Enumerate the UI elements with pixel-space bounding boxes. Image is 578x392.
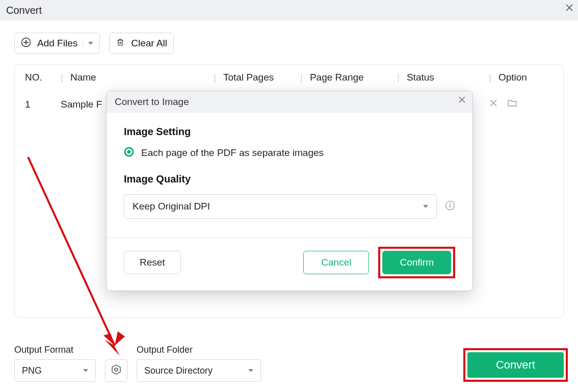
convert-highlight: Convert xyxy=(463,348,568,382)
output-format-value: PNG xyxy=(22,365,42,376)
remove-row-icon[interactable] xyxy=(489,98,498,110)
bottom-bar: Output Format PNG . Output Folder Source… xyxy=(0,338,578,392)
modal-body: Image Setting Each page of the PDF as se… xyxy=(107,113,472,223)
confirm-highlight: Confirm xyxy=(378,247,455,278)
row-no: 1 xyxy=(25,99,61,110)
gear-hex-icon xyxy=(111,364,122,377)
radio-each-page-label: Each page of the PDF as separate images xyxy=(141,147,324,159)
col-total-pages: Total Pages xyxy=(223,72,274,83)
image-setting-heading: Image Setting xyxy=(124,126,455,138)
confirm-button[interactable]: Confirm xyxy=(382,251,451,274)
clear-all-button[interactable]: Clear All xyxy=(109,33,174,54)
modal-header: Convert to Image xyxy=(107,91,472,113)
output-folder-label: Output Folder xyxy=(137,345,261,355)
cancel-button[interactable]: Cancel xyxy=(303,251,369,274)
trash-icon xyxy=(116,38,128,49)
window-titlebar: Convert xyxy=(0,0,578,20)
add-files-dropdown-caret[interactable] xyxy=(83,42,93,45)
dpi-select-value: Keep Original DPI xyxy=(133,201,210,212)
convert-to-image-modal: Convert to Image Image Setting Each page… xyxy=(106,91,473,291)
radio-selected-icon xyxy=(124,147,134,159)
svg-point-9 xyxy=(115,368,118,371)
open-folder-icon[interactable] xyxy=(507,98,517,110)
modal-title: Convert to Image xyxy=(115,96,189,108)
svg-rect-5 xyxy=(450,205,451,208)
info-icon[interactable] xyxy=(445,200,455,213)
image-quality-heading: Image Quality xyxy=(124,173,455,185)
col-option: Option xyxy=(498,72,527,83)
reset-button[interactable]: Reset xyxy=(124,251,181,274)
caret-down-icon xyxy=(88,42,93,45)
output-format-label: Output Format xyxy=(14,345,96,355)
output-settings-button[interactable] xyxy=(105,359,127,382)
add-files-button[interactable]: Add Files xyxy=(14,33,100,54)
col-page-range: Page Range xyxy=(310,72,364,83)
plus-circle-icon xyxy=(21,37,34,50)
modal-close-icon[interactable] xyxy=(459,96,465,104)
svg-point-2 xyxy=(127,150,131,154)
output-format-select[interactable]: PNG xyxy=(14,359,96,382)
modal-footer: Reset Cancel Confirm xyxy=(107,237,472,291)
output-folder-select[interactable]: Source Directory xyxy=(137,359,261,382)
dpi-select[interactable]: Keep Original DPI xyxy=(124,194,437,219)
close-icon[interactable] xyxy=(566,4,573,13)
table-header: NO. |Name |Total Pages |Page Range |Stat… xyxy=(15,65,563,91)
caret-down-icon xyxy=(248,369,253,372)
col-name: Name xyxy=(70,72,96,83)
caret-down-icon xyxy=(423,205,428,208)
add-files-label: Add Files xyxy=(37,38,77,49)
radio-each-page[interactable]: Each page of the PDF as separate images xyxy=(124,147,455,159)
convert-button[interactable]: Convert xyxy=(467,352,564,378)
col-status: Status xyxy=(407,72,434,83)
clear-all-label: Clear All xyxy=(131,38,167,49)
caret-down-icon xyxy=(83,369,88,372)
svg-marker-8 xyxy=(112,365,120,374)
col-no: NO. xyxy=(25,72,61,83)
svg-point-4 xyxy=(450,203,451,204)
toolbar: Add Files Clear All xyxy=(0,20,578,64)
window-title: Convert xyxy=(6,5,42,16)
output-folder-value: Source Directory xyxy=(144,365,213,376)
